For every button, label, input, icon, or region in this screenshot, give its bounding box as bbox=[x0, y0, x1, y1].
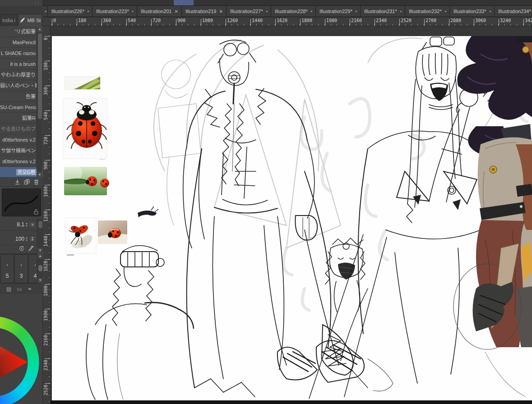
ruler-tick: 2520 bbox=[399, 17, 417, 26]
lock-icon[interactable] bbox=[33, 209, 39, 215]
reference-photo-ladybug-leaf bbox=[62, 163, 109, 195]
modified-dot-icon: ● bbox=[132, 10, 134, 13]
document-tab[interactable]: Illustration201 ✕ bbox=[137, 6, 181, 17]
document-tab[interactable]: Illustration223* ● bbox=[93, 6, 137, 17]
materials-icon[interactable]: ▭ bbox=[17, 286, 22, 292]
panel-grip[interactable]: ⋮⋮ bbox=[33, 0, 40, 5]
ruler-tick: 3060 bbox=[474, 17, 492, 26]
open-file-icon[interactable] bbox=[65, 0, 74, 5]
modified-dot-icon: ● bbox=[400, 10, 402, 13]
timeline-icon[interactable]: ▤ bbox=[6, 286, 11, 292]
dual-brush-icon[interactable]: ⚭ bbox=[28, 286, 32, 292]
clear-icon[interactable] bbox=[104, 0, 114, 5]
faint-wing-sketches bbox=[154, 38, 499, 248]
brush-list-scrollbar[interactable]: ▲ ▼ bbox=[37, 26, 42, 178]
grid-view-icon[interactable] bbox=[204, 0, 213, 5]
new-canvas-icon[interactable] bbox=[55, 0, 65, 5]
saturation-triangle[interactable] bbox=[0, 312, 44, 404]
tab-label: Illustration231* bbox=[364, 9, 397, 14]
ruler-tick: 180 bbox=[77, 17, 95, 26]
ruler-tick: 720 bbox=[151, 17, 169, 26]
save-file-icon[interactable] bbox=[74, 0, 84, 5]
document-tab[interactable]: Illustration232* ● bbox=[405, 6, 449, 17]
crop-frame-icon[interactable] bbox=[134, 0, 144, 5]
clear-outside-selection-icon[interactable] bbox=[114, 0, 124, 5]
document-tab[interactable]: Illustration231* ● bbox=[361, 6, 405, 17]
drawing-canvas[interactable]: ... bbox=[52, 36, 532, 400]
opacity-stepper[interactable]: ▲ ▼ bbox=[25, 236, 28, 242]
redo-icon[interactable] bbox=[94, 0, 104, 5]
step-down-icon[interactable]: ▼ bbox=[25, 225, 28, 227]
document-tab[interactable]: Illustration226* ● bbox=[48, 6, 92, 17]
object-tool-icon[interactable] bbox=[174, 0, 184, 5]
import-brush-icon[interactable] bbox=[14, 179, 20, 185]
sketch-artwork bbox=[52, 36, 532, 400]
perspective-ruler-3-icon[interactable] bbox=[253, 0, 263, 5]
document-tab[interactable]: Illustration234* bbox=[495, 6, 532, 17]
size-dynamics-button[interactable]: » bbox=[29, 221, 36, 228]
scroll-up-icon[interactable]: ▲ bbox=[37, 253, 43, 259]
ruler-tick: 2340 bbox=[375, 17, 393, 26]
sub-tool-group-tabs: India i MB St bbox=[0, 6, 43, 26]
brush-size-row: 8.1 ▲ ▼ » bbox=[0, 218, 37, 231]
document-tab[interactable]: Illustration228* ● bbox=[271, 6, 315, 17]
ruler-tick: 2340 bbox=[43, 358, 50, 376]
size-preset-cell[interactable]: 4 bbox=[28, 254, 37, 283]
close-icon[interactable]: ✕ bbox=[219, 9, 223, 14]
scrollbar-thumb[interactable] bbox=[38, 265, 42, 271]
ruler-tick: 2520 bbox=[43, 383, 50, 401]
scrollbar-thumb[interactable] bbox=[38, 33, 42, 119]
opacity-dynamics-button[interactable]: ↧ bbox=[29, 235, 36, 243]
fill-icon[interactable] bbox=[124, 0, 134, 5]
flag-tool-icon[interactable] bbox=[223, 0, 233, 5]
invert-selection-icon[interactable] bbox=[154, 0, 164, 5]
size-presets-scrollbar[interactable]: ▲ ▼ bbox=[37, 253, 43, 283]
scroll-down-icon[interactable]: ▼ bbox=[37, 248, 43, 253]
ruler-tick: 1440 bbox=[250, 17, 268, 26]
selection-rect-icon[interactable] bbox=[164, 0, 174, 5]
brush-size-stepper[interactable]: ▲ ▼ bbox=[25, 222, 28, 227]
scrollbar-thumb[interactable] bbox=[38, 221, 42, 228]
color-wheel[interactable] bbox=[0, 312, 44, 404]
scroll-up-icon[interactable]: ▲ bbox=[37, 26, 42, 32]
ruler-tick: 1980 bbox=[325, 17, 343, 26]
document-tab[interactable]: Illustration233* ● bbox=[450, 6, 494, 17]
tool-group-tab-india[interactable]: India i bbox=[0, 14, 17, 26]
duplicate-brush-icon[interactable] bbox=[24, 179, 30, 185]
step-down-icon[interactable]: ▼ bbox=[25, 239, 28, 242]
ruler-tick: 900 bbox=[43, 160, 50, 178]
liquify-tool-icon[interactable] bbox=[184, 0, 194, 5]
ruler-tick: 2160 bbox=[43, 334, 50, 352]
clipped-tab-stub[interactable]: ● bbox=[43, 6, 47, 17]
snap-crop-icon[interactable] bbox=[194, 0, 204, 5]
opacity-value[interactable]: 100 bbox=[15, 236, 24, 242]
perspective-ruler-1-icon[interactable] bbox=[233, 0, 243, 5]
brush-size-value[interactable]: 8.1 bbox=[17, 221, 24, 228]
tab-label: Illustration227* bbox=[230, 9, 263, 14]
ruler-tick: 720 bbox=[43, 135, 50, 153]
document-tab[interactable]: Illustration229* ● bbox=[316, 6, 360, 17]
close-icon[interactable]: ✕ bbox=[175, 9, 178, 14]
reference-photo-ladybug-flying bbox=[65, 218, 96, 253]
help-bubble-icon[interactable] bbox=[213, 0, 223, 5]
deselect-icon[interactable] bbox=[144, 0, 154, 5]
delete-brush-icon[interactable] bbox=[33, 179, 39, 185]
tool-group-tab-mb[interactable]: MB St bbox=[18, 14, 42, 26]
perspective-ruler-2-icon[interactable] bbox=[243, 0, 253, 5]
size-preset-cell[interactable]: 3 bbox=[14, 254, 28, 283]
vertical-ruler: 0180360540720900108012601440162018001980… bbox=[43, 26, 51, 404]
modified-dot-icon: ● bbox=[87, 10, 89, 13]
scroll-down-icon[interactable]: ▼ bbox=[37, 172, 42, 178]
undo-icon[interactable] bbox=[84, 0, 94, 5]
app-logo-icon[interactable] bbox=[45, 0, 55, 5]
ruler-tick: 1620 bbox=[275, 17, 293, 26]
document-tab[interactable]: Illustration219 ✕ bbox=[182, 6, 226, 17]
reset-settings-icon[interactable] bbox=[19, 245, 25, 252]
ruler-tick: 1980 bbox=[43, 309, 50, 327]
settings-scrollbar[interactable]: ▼ bbox=[37, 218, 43, 253]
document-tab[interactable]: Illustration227* ● bbox=[227, 6, 271, 17]
wrench-settings-icon[interactable] bbox=[28, 245, 34, 252]
ruler-tick: 0 bbox=[52, 17, 70, 26]
size-preset-cell[interactable]: 5 bbox=[0, 254, 14, 283]
scroll-down-icon[interactable]: ▼ bbox=[37, 278, 43, 283]
